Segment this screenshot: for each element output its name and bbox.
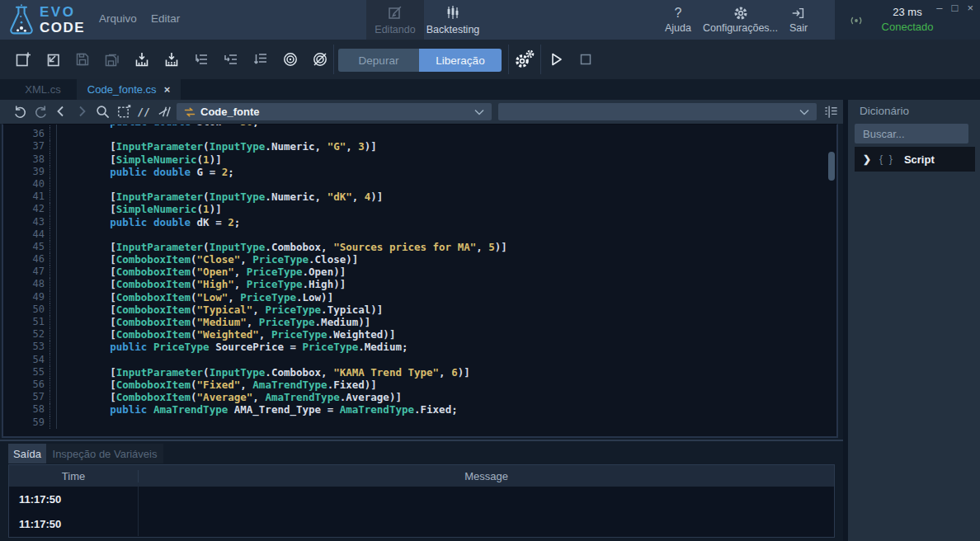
code-line: 43 public double dK = 2; xyxy=(3,216,825,228)
menu-arquivo[interactable]: Arquivo xyxy=(99,12,137,25)
code-editor[interactable]: 35 public double Slow = 30;3637 [InputPa… xyxy=(2,124,838,438)
navigate-forward-button[interactable] xyxy=(73,103,90,120)
settings-button[interactable]: Configurações... xyxy=(703,6,778,34)
code-line: 58 public AmaTrendType AMA_Trend_Type = … xyxy=(3,403,825,416)
connection-status: Conectado xyxy=(868,21,947,33)
select-region-button[interactable] xyxy=(115,103,131,120)
install-indicator-button[interactable] xyxy=(134,51,150,68)
code-lines: 35 public double Slow = 30;3637 [InputPa… xyxy=(3,125,825,436)
code-line: 41 [InputParameter(InputType.Numeric, "d… xyxy=(3,191,825,203)
tab-code-fonte-cs[interactable]: Code_fonte.cs × xyxy=(77,79,181,100)
member-selector-dropdown[interactable] xyxy=(498,103,817,120)
titlebar-actions: ? Ajuda Configurações... Sair xyxy=(665,0,808,40)
run-button[interactable] xyxy=(548,51,564,68)
help-button[interactable]: ? Ajuda xyxy=(665,6,691,34)
titlebar: EVO CODE Arquivo Editar Editando Backtes… xyxy=(0,0,980,40)
chevron-down-icon xyxy=(474,109,484,115)
line-content xyxy=(56,228,60,241)
code-line: 38 [SimpleNumeric(1)] xyxy=(3,153,825,166)
line-content xyxy=(56,354,60,366)
build-mode-toggle: Depurar Liberação xyxy=(338,49,502,72)
code-line: 37 [InputParameter(InputType.Numeric, "G… xyxy=(3,140,825,153)
save-icon xyxy=(74,51,91,68)
output-row[interactable]: 11:17:50 xyxy=(9,487,834,511)
code-line: 50 [ComboboxItem("Typical", PriceType.Ty… xyxy=(3,303,825,316)
indent-increase-button[interactable] xyxy=(223,51,239,68)
file-selector-dropdown[interactable]: Code_fonte xyxy=(177,103,492,120)
save-all-button[interactable] xyxy=(104,51,120,68)
tree-node-script[interactable]: ❯ { } Script xyxy=(855,147,975,172)
line-content: public double dK = 2; xyxy=(56,216,240,228)
release-mode-button[interactable]: Liberação xyxy=(419,49,502,72)
mode-editando[interactable]: Editando xyxy=(366,0,424,40)
breakpoint-button[interactable] xyxy=(282,51,299,68)
line-content: [SimpleNumeric(1)] xyxy=(56,203,222,215)
line-number: 55 xyxy=(3,366,50,379)
line-content xyxy=(56,178,60,191)
line-content: [ComboboxItem("Typical", PriceType.Typic… xyxy=(56,303,383,316)
chevron-left-icon xyxy=(54,105,68,118)
menu-editar[interactable]: Editar xyxy=(151,12,180,25)
line-number: 59 xyxy=(3,416,50,429)
comment-button[interactable]: // xyxy=(135,103,152,120)
tab-saida[interactable]: Saída xyxy=(8,444,46,463)
undo-button[interactable] xyxy=(12,103,28,120)
latency-value: 23 ms xyxy=(868,6,947,18)
signal-icon xyxy=(848,14,865,27)
toolbar-separator xyxy=(540,45,541,74)
document-tabbar: XML.cs Code_fonte.cs × xyxy=(0,79,980,100)
line-number: 49 xyxy=(3,291,50,303)
redo-button[interactable] xyxy=(32,103,49,120)
close-button[interactable]: × xyxy=(967,2,973,14)
toolbar-separator xyxy=(333,45,334,74)
play-icon xyxy=(548,51,564,68)
line-content: [ComboboxItem("Close", PriceType.Close)] xyxy=(56,253,358,266)
scrollbar-thumb[interactable] xyxy=(828,152,835,181)
toolbar-separator xyxy=(508,45,509,74)
line-content: [ComboboxItem("Low", PriceType.Low)] xyxy=(56,291,333,303)
debug-mode-button[interactable]: Depurar xyxy=(338,49,419,72)
code-line: 46 [ComboboxItem("Close", PriceType.Clos… xyxy=(3,253,825,266)
navigate-back-button[interactable] xyxy=(53,103,69,120)
stop-button[interactable] xyxy=(578,52,593,67)
open-file-button[interactable] xyxy=(45,51,61,68)
outline-view-icon xyxy=(823,104,839,120)
file-selector-value: Code_fonte xyxy=(200,106,260,118)
format-document-button[interactable] xyxy=(252,51,269,68)
run-settings-button[interactable] xyxy=(514,49,535,70)
indent-increase-icon xyxy=(223,51,239,68)
script-member-icon xyxy=(184,107,196,117)
tab-xml-cs[interactable]: XML.cs xyxy=(10,79,76,100)
outline-view-button[interactable] xyxy=(823,104,839,120)
breakpoints-disable-button[interactable] xyxy=(312,51,328,68)
tab-close-icon[interactable]: × xyxy=(164,83,171,96)
line-content: [ComboboxItem("Weighted", PriceType.Weig… xyxy=(56,328,395,341)
editor-scrollbar[interactable] xyxy=(827,126,836,435)
line-number: 46 xyxy=(3,253,50,266)
code-line: 56 [ComboboxItem("Fixed", AmaTrendType.F… xyxy=(3,379,825,391)
line-number: 48 xyxy=(3,278,50,290)
new-file-button[interactable] xyxy=(15,51,31,68)
mode-backtesting[interactable]: Backtesting xyxy=(424,0,482,40)
app-name: EVO CODE xyxy=(40,4,85,35)
line-number: 45 xyxy=(3,241,50,253)
save-button[interactable] xyxy=(74,51,91,68)
tab-inspecao-variaveis[interactable]: Inspeção de Variáveis xyxy=(46,444,163,463)
editor-toolbar: // Code_fonte xyxy=(0,100,843,124)
line-number: 44 xyxy=(3,228,50,241)
search-button[interactable] xyxy=(94,103,111,120)
line-number: 39 xyxy=(3,166,50,178)
install-library-button[interactable] xyxy=(163,51,180,68)
exit-button[interactable]: Sair xyxy=(789,6,808,34)
output-row[interactable]: 11:17:50 xyxy=(9,511,834,536)
line-content: public PriceType SourcePrice = PriceType… xyxy=(56,341,408,353)
line-number: 52 xyxy=(3,328,50,341)
line-content: [InputParameter(InputType.Numeric, "dK",… xyxy=(56,191,383,203)
maximize-button[interactable]: □ xyxy=(952,2,959,14)
code-line: 55 [InputParameter(InputType.Combobox, "… xyxy=(3,366,825,379)
indent-decrease-button[interactable] xyxy=(193,51,210,68)
search-input[interactable] xyxy=(855,124,968,143)
uncomment-button[interactable] xyxy=(156,103,172,120)
minimize-button[interactable]: – xyxy=(936,2,942,14)
code-line: 45 [InputParameter(InputType.Combobox, "… xyxy=(3,241,825,253)
